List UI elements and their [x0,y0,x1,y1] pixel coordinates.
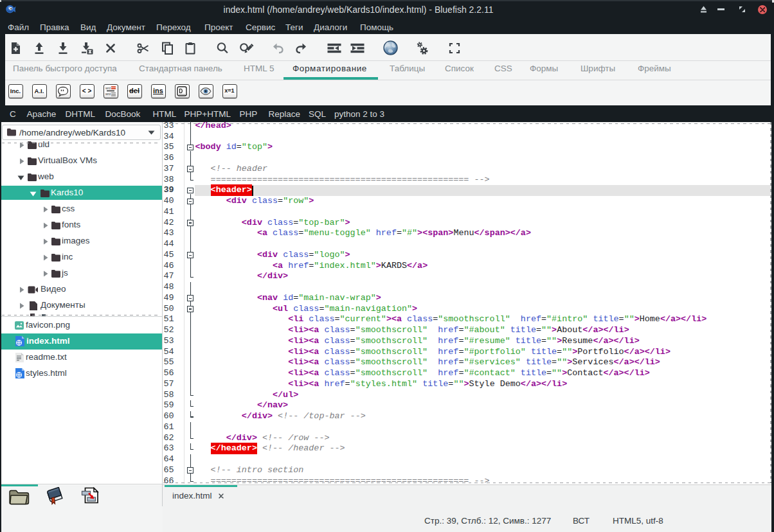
svg-text:wrd: wrd [105,86,111,90]
svg-text:wrd: wrd [105,92,111,96]
